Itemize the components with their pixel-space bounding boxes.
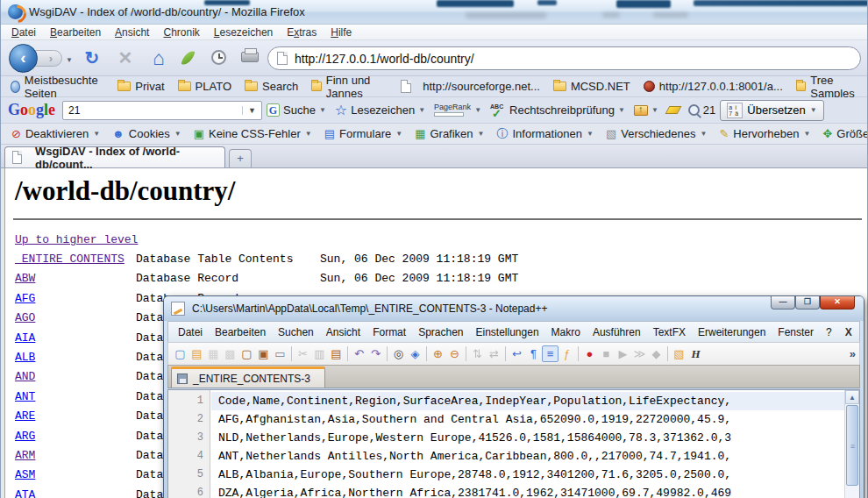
google-search-input[interactable]: 21 ▼ (62, 101, 262, 120)
editor-area[interactable]: 123456 Code,Name,Continent,Region,Surfac… (167, 389, 860, 498)
chevron-down-icon[interactable]: ▼ (651, 106, 658, 114)
chevron-down-icon[interactable]: ▼ (474, 106, 481, 114)
menu-bearbeiten[interactable]: Bearbeiten (43, 25, 108, 39)
firefox-titlebar[interactable]: WsgiDAV - Index of /world-db/country/ - … (1, 0, 867, 25)
google-search-button[interactable]: G Suche ▼ (262, 103, 331, 117)
save-icon[interactable]: ▦ (205, 345, 222, 362)
chevron-down-icon[interactable]: ▼ (587, 130, 594, 138)
menu-lesezeichen[interactable]: Lesezeichen (207, 25, 280, 39)
url-bar[interactable]: http://127.0.0.1/world-db/country/ (267, 46, 861, 70)
stop-icon[interactable]: ✕ (115, 48, 136, 68)
close-doc-icon[interactable]: ▢ (238, 345, 255, 362)
word-wrap-icon[interactable]: ↩ (509, 345, 525, 362)
chevron-down-icon[interactable]: ▼ (701, 130, 708, 138)
highlighter-button[interactable] (663, 106, 684, 114)
editor-text[interactable]: Code,Name,Continent,Region,SurfaceArea,I… (211, 390, 844, 498)
dir-link-and[interactable]: AND (15, 370, 35, 383)
show-all-chars-icon[interactable]: ¶ (525, 345, 542, 362)
forward-button[interactable]: › (34, 50, 62, 67)
play-macro-multi-icon[interactable]: ≫ (631, 345, 648, 362)
play-macro-icon[interactable]: ▶ (615, 345, 631, 362)
toolbar-overflow-icon[interactable]: » (850, 347, 856, 360)
np-menu-sprachen[interactable]: Sprachen (412, 324, 469, 340)
document-tab[interactable]: _ENTIRE_CONTENTS-3 (171, 366, 325, 388)
chevron-down-icon[interactable]: ▼ (803, 130, 810, 138)
translate-button[interactable]: aí7ä Übersetzen ▼ (720, 100, 823, 121)
print-icon[interactable] (241, 52, 259, 62)
chevron-down-icon[interactable]: ▼ (395, 130, 402, 138)
menu-datei[interactable]: Datei (4, 25, 43, 39)
send-to-button[interactable]: ▼ (630, 105, 663, 116)
chevron-down-icon[interactable]: ▼ (810, 106, 817, 114)
webdev-gr-e[interactable]: ✥Größe▼ (817, 126, 867, 141)
doc-close-button[interactable]: X (838, 324, 859, 340)
bookmark-plato[interactable]: PLATO (173, 78, 237, 95)
chevron-down-icon[interactable]: ▼ (319, 106, 326, 114)
tab-wsgidav[interactable]: WsgiDAV - Index of /world-db/count... (4, 146, 225, 167)
doc-switcher-icon[interactable]: ▧ (671, 345, 687, 362)
history-dropdown-icon[interactable]: ▼ (66, 56, 73, 64)
menu-ansicht[interactable]: Ansicht (108, 25, 156, 39)
bookmark-http-127-0-0-1-8001-a[interactable]: http://127.0.0.1:8001/a... (638, 78, 788, 95)
np-menu-textfx[interactable]: TextFX (647, 324, 692, 340)
addon-leaf-icon[interactable] (181, 49, 195, 68)
chevron-down-icon[interactable]: ▼ (305, 130, 312, 138)
editor-line[interactable]: Code,Name,Continent,Region,SurfaceArea,I… (211, 392, 844, 410)
webdev-formulare[interactable]: ▤Formulare▼ (319, 126, 408, 141)
indent-guide-icon[interactable]: ≡ (542, 345, 559, 362)
save-all-icon[interactable]: ▩ (222, 345, 238, 362)
np-menu-bearbeiten[interactable]: Bearbeiten (209, 324, 272, 340)
dir-link-ago[interactable]: AGO (15, 311, 35, 324)
search-dropdown-icon[interactable]: ▼ (242, 106, 256, 115)
history-clock-icon[interactable] (211, 50, 226, 65)
close-all-icon[interactable]: ▣ (255, 345, 272, 362)
webdev-verschiedenes[interactable]: ▧Verschiedenes▼ (601, 126, 713, 141)
np-menu-[interactable]: ? (820, 324, 838, 340)
editor-line[interactable]: ALB,Albania,Europe,Southern Europe,28748… (211, 466, 844, 484)
google-bookmarks-button[interactable]: ☆ Lesezeichen ▼ (331, 102, 430, 118)
webdev-deaktivieren[interactable]: ⊘Deaktivieren▼ (6, 126, 105, 141)
bookmark-mcsd-net[interactable]: MCSD.NET (548, 78, 636, 95)
dir-link-ant[interactable]: ANT (15, 390, 35, 403)
save-macro-icon[interactable]: ◆ (648, 345, 665, 362)
np-menu-datei[interactable]: Datei (172, 324, 209, 340)
reload-icon[interactable]: ↻ (82, 48, 103, 68)
scroll-up-button[interactable]: ▲ (845, 390, 859, 404)
zoom-out-icon[interactable]: ⊖ (446, 345, 463, 362)
dir-link-asm[interactable]: ASM (15, 468, 35, 481)
bookmark-privat[interactable]: Privat (112, 78, 169, 95)
webdev-grafiken[interactable]: ▦Grafiken▼ (409, 126, 489, 141)
find-icon[interactable]: ◎ (390, 345, 407, 362)
pagerank-widget[interactable]: PageRank ▼ (430, 103, 486, 117)
record-macro-icon[interactable]: ● (581, 345, 598, 362)
new-tab-button[interactable]: + (229, 149, 252, 167)
webdev-cookies[interactable]: ☻Cookies▼ (107, 126, 187, 141)
dir-link-arm[interactable]: ARM (15, 449, 35, 462)
cut-icon[interactable]: ✂ (295, 345, 311, 362)
undo-icon[interactable]: ↶ (351, 345, 367, 362)
dir-link-are[interactable]: ARE (15, 409, 35, 423)
dir-link-ata[interactable]: ATA (15, 488, 35, 498)
url-text[interactable]: http://127.0.0.1/world-db/country/ (295, 52, 474, 66)
html-preview-icon[interactable]: H (687, 345, 704, 362)
stop-macro-icon[interactable]: ■ (598, 345, 615, 362)
restore-button[interactable]: ❐ (795, 296, 820, 309)
copy-icon[interactable]: ▥ (311, 345, 328, 362)
webdev-keine-css-fehler[interactable]: ▣Keine CSS-Fehler▼ (189, 126, 317, 141)
dir-link-abw[interactable]: ABW (15, 272, 35, 285)
notepad-titlebar[interactable]: C:\Users\Martin\AppData\Local\Temp\_ENTI… (164, 296, 864, 321)
dir-link-aia[interactable]: AIA (15, 331, 35, 345)
menu-chronik[interactable]: Chronik (156, 25, 206, 39)
chevron-down-icon[interactable]: ▼ (478, 130, 485, 138)
home-icon[interactable]: ⌂ (148, 48, 169, 68)
chevron-down-icon[interactable]: ▼ (418, 106, 425, 114)
google-search-value[interactable]: 21 (68, 104, 80, 117)
dir-link-alb[interactable]: ALB (15, 351, 35, 364)
webdev-hervorheben[interactable]: ✎Hervorheben▼ (714, 126, 815, 141)
zoom-in-icon[interactable]: ⊕ (430, 345, 446, 362)
redo-icon[interactable]: ↷ (367, 345, 384, 362)
dir-link-afg[interactable]: AFG (15, 292, 35, 305)
menu-hilfe[interactable]: Hilfe (324, 25, 359, 39)
np-menu-erweiterungen[interactable]: Erweiterungen (692, 324, 772, 340)
menu-extras[interactable]: Extras (280, 25, 324, 39)
